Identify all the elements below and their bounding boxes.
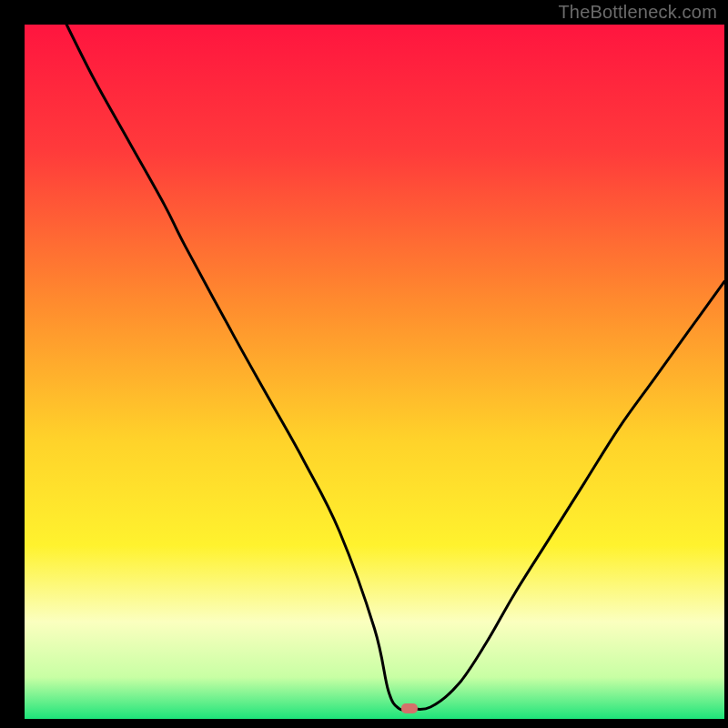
- gradient-background: [25, 25, 724, 719]
- optimum-marker: [401, 703, 418, 713]
- watermark-text: TheBottleneck.com: [558, 2, 717, 23]
- bottleneck-chart: [0, 0, 728, 728]
- chart-stage: { "watermark": "TheBottleneck.com", "cha…: [0, 0, 728, 728]
